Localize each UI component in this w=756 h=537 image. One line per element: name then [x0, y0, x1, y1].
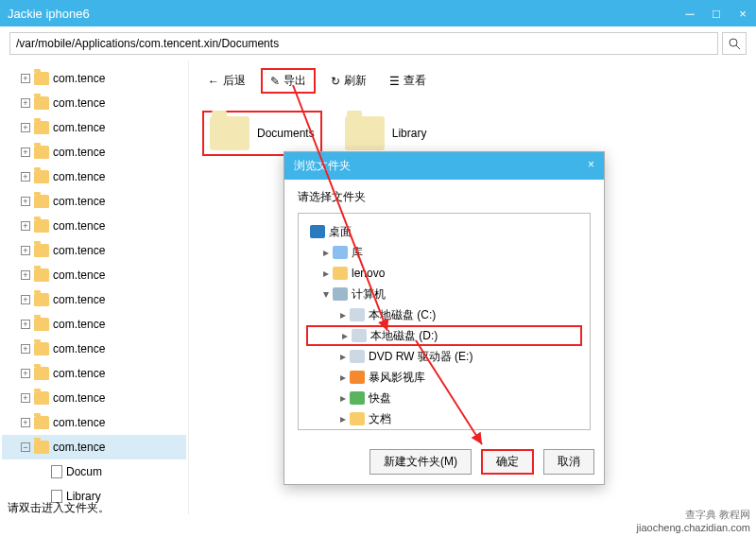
tree-node-lenovo[interactable]: ▸lenovo [306, 263, 582, 284]
tree-node-libraries[interactable]: ▸库 [306, 242, 582, 263]
tree-row[interactable]: +com.tence [2, 386, 186, 410]
close-button[interactable]: × [737, 7, 748, 21]
folder-icon [210, 116, 249, 150]
tree-label: com.tence [53, 121, 105, 134]
library-icon [333, 246, 348, 259]
tree-node-desktop[interactable]: 桌面 [306, 221, 582, 242]
back-button[interactable]: ←后退 [200, 68, 253, 94]
tree-row[interactable]: +com.tence [2, 410, 186, 435]
expand-icon[interactable]: + [21, 98, 30, 108]
tree-label: com.tence [53, 146, 105, 159]
watermark-url: jiaocheng.chazidian.com [637, 522, 750, 533]
ok-button[interactable]: 确定 [481, 449, 534, 475]
tree-label: com.tence [53, 96, 105, 110]
tree-label: Docum [66, 465, 102, 478]
tree-row[interactable]: +com.tence [2, 312, 186, 337]
refresh-icon: ↻ [331, 75, 340, 88]
tree-node-docs[interactable]: ▸文档 [306, 408, 582, 429]
minimize-button[interactable]: ─ [684, 7, 696, 21]
dialog-prompt: 请选择文件夹 [298, 189, 591, 205]
tree-node-kuaipan[interactable]: ▸快盘 [306, 388, 582, 408]
folder-icon [34, 96, 49, 110]
expand-icon[interactable]: + [21, 418, 30, 427]
tree-row[interactable]: +com.tence [2, 189, 186, 214]
tree-row[interactable]: +com.tence [2, 263, 186, 287]
tree-label: com.tence [53, 268, 105, 282]
dialog-close-button[interactable]: × [588, 158, 594, 174]
export-button[interactable]: ✎导出 [261, 68, 316, 94]
browse-folder-dialog: 浏览文件夹 × 请选择文件夹 桌面 ▸库 ▸lenovo ▾计算机 ▸本地磁盘 … [284, 151, 605, 485]
refresh-button[interactable]: ↻刷新 [323, 68, 374, 94]
tree-node-dvd[interactable]: ▸DVD RW 驱动器 (E:) [306, 346, 582, 367]
tree-label: com.tence [53, 219, 105, 233]
folder-icon [333, 267, 348, 280]
chevron-right-icon: ▸ [338, 308, 348, 321]
search-icon [728, 37, 741, 50]
folder-icon [34, 342, 49, 355]
expand-icon[interactable]: + [21, 344, 30, 354]
folder-icon [34, 367, 49, 380]
tree-row[interactable]: +com.tence [2, 66, 186, 91]
media-icon [350, 371, 365, 384]
maximize-button[interactable]: □ [711, 7, 722, 21]
tree-node-computer[interactable]: ▾计算机 [306, 284, 582, 304]
tree-node-baofeng[interactable]: ▸暴风影视库 [306, 367, 582, 388]
chevron-right-icon: ▸ [338, 391, 348, 405]
folder-icon [34, 318, 49, 331]
folder-icon [34, 268, 49, 282]
tree-row[interactable]: +com.tence [2, 238, 186, 263]
expand-icon[interactable]: + [21, 221, 30, 231]
folder-icon [34, 441, 49, 454]
tree-row[interactable]: +com.tence [2, 140, 186, 165]
expand-icon[interactable]: + [21, 246, 30, 255]
tree-node-cdrive[interactable]: ▸本地磁盘 (C:) [306, 304, 582, 325]
tree-row[interactable]: +com.tence [2, 361, 186, 386]
expand-icon[interactable]: − [21, 442, 30, 452]
sidebar-tree[interactable]: +com.tence+com.tence+com.tence+com.tence… [0, 61, 189, 514]
expand-icon[interactable]: + [21, 270, 30, 280]
cancel-button[interactable]: 取消 [543, 449, 594, 475]
address-bar [0, 26, 756, 61]
titlebar: Jackie iphone6 ─ □ × [0, 0, 756, 26]
tree-label: com.tence [53, 170, 105, 183]
folder-documents[interactable]: Documents [202, 111, 322, 156]
folder-library[interactable]: Library [345, 111, 427, 156]
folder-tree[interactable]: 桌面 ▸库 ▸lenovo ▾计算机 ▸本地磁盘 (C:) ▸本地磁盘 (D:)… [298, 213, 591, 430]
chevron-right-icon: ▸ [340, 329, 350, 342]
tree-row[interactable]: Docum [2, 459, 186, 484]
folder-icon [51, 465, 62, 478]
expand-icon[interactable]: + [21, 123, 30, 132]
tree-row[interactable]: +com.tence [2, 165, 186, 189]
chevron-right-icon: ▸ [338, 350, 348, 363]
expand-icon[interactable]: + [21, 369, 30, 378]
expand-icon[interactable]: + [21, 393, 30, 403]
tree-node-ddrive[interactable]: ▸本地磁盘 (D:) [306, 325, 582, 346]
tree-row[interactable]: −com.tence [2, 435, 186, 459]
folder-icon [34, 170, 49, 183]
watermark-brand: 查字典 教程网 [685, 508, 750, 522]
arrow-left-icon: ← [208, 75, 219, 88]
tree-row[interactable]: +com.tence [2, 115, 186, 140]
tree-row[interactable]: +com.tence [2, 91, 186, 115]
status-bar: 请双击进入文件夹。 [8, 500, 110, 516]
chevron-down-icon: ▾ [321, 287, 331, 301]
tree-row[interactable]: +com.tence [2, 214, 186, 238]
expand-icon[interactable]: + [21, 197, 30, 206]
folder-icon [34, 293, 49, 306]
new-folder-button[interactable]: 新建文件夹(M) [369, 449, 472, 475]
expand-icon[interactable]: + [21, 320, 30, 329]
search-button[interactable] [722, 32, 747, 55]
folder-icon [34, 416, 49, 429]
folder-icon [34, 195, 49, 208]
tree-row[interactable]: +com.tence [2, 287, 186, 312]
path-input[interactable] [9, 32, 718, 55]
svg-point-0 [730, 39, 737, 46]
chevron-right-icon: ▸ [338, 412, 348, 425]
tree-row[interactable]: +com.tence [2, 337, 186, 361]
chevron-right-icon: ▸ [338, 371, 348, 384]
expand-icon[interactable]: + [21, 172, 30, 182]
expand-icon[interactable]: + [21, 295, 30, 304]
view-button[interactable]: ☰查看 [382, 68, 434, 94]
expand-icon[interactable]: + [21, 74, 30, 83]
expand-icon[interactable]: + [21, 147, 30, 157]
